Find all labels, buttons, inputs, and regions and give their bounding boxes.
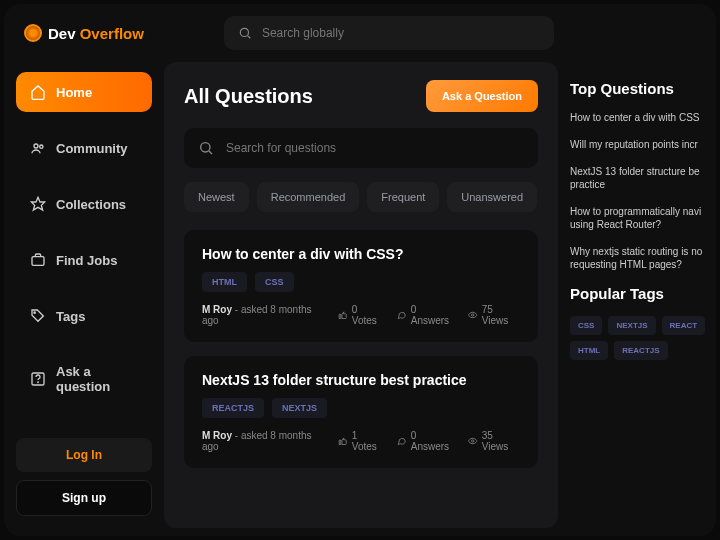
search-icon [198,140,214,156]
views-stat: 75 Views [468,304,520,326]
popular-tag[interactable]: REACT [662,316,706,335]
sidebar-item-home[interactable]: Home [16,72,152,112]
question-icon [30,371,46,387]
sidebar-item-tags[interactable]: Tags [16,296,152,336]
answers-stat: 0 Answers [397,430,454,452]
star-icon [30,196,46,212]
logo-icon [24,24,42,42]
top-question-item[interactable]: Why nextjs static routing is no requesti… [570,245,712,271]
eye-icon [468,310,477,320]
popular-tags-title: Popular Tags [570,285,712,302]
logo-overflow: Overflow [80,25,144,42]
top-question-item[interactable]: Will my reputation points incr [570,138,712,151]
thumb-icon [338,310,347,320]
popular-tag[interactable]: CSS [570,316,602,335]
popular-tag[interactable]: NEXTJS [608,316,655,335]
sidebar-item-label: Tags [56,309,85,324]
top-question-item[interactable]: How to center a div with CSS [570,111,712,124]
logo[interactable]: Dev Overflow [24,24,144,42]
question-card[interactable]: NextJS 13 folder structure best practice… [184,356,538,468]
sidebar-item-label: Home [56,85,92,100]
thumb-icon [338,436,347,446]
votes-stat: 0 Votes [338,304,383,326]
top-question-item[interactable]: NextJS 13 folder structure be practice [570,165,712,191]
question-tag[interactable]: REACTJS [202,398,264,418]
svg-point-11 [472,314,474,316]
svg-rect-5 [32,257,44,266]
top-question-item[interactable]: How to programmatically navi using React… [570,205,712,231]
popular-tag[interactable]: HTML [570,341,608,360]
search-icon [238,26,252,40]
question-tag[interactable]: CSS [255,272,294,292]
votes-stat: 1 Votes [338,430,383,452]
top-questions-title: Top Questions [570,80,712,97]
svg-line-1 [248,36,251,39]
sidebar-item-label: Find Jobs [56,253,117,268]
filter-frequent[interactable]: Frequent [367,182,439,212]
signup-button[interactable]: Sign up [16,480,152,516]
svg-marker-4 [31,197,44,210]
svg-point-8 [38,382,39,383]
filter-newest[interactable]: Newest [184,182,249,212]
sidebar: Home Community Collections Find Jobs Tag… [4,62,164,536]
question-search[interactable] [184,128,538,168]
question-tag[interactable]: HTML [202,272,247,292]
global-search-input[interactable] [262,26,540,40]
message-icon [397,436,406,446]
svg-point-2 [34,144,38,148]
filter-recommended[interactable]: Recommended [257,182,360,212]
filter-row: Newest Recommended Frequent Unanswered [184,182,538,212]
briefcase-icon [30,252,46,268]
question-title: How to center a div with CSS? [202,246,520,262]
filter-unanswered[interactable]: Unanswered [447,182,537,212]
popular-tag[interactable]: REACTJS [614,341,667,360]
login-button[interactable]: Log In [16,438,152,472]
sidebar-item-label: Community [56,141,128,156]
message-icon [397,310,406,320]
question-tag[interactable]: NEXTJS [272,398,327,418]
svg-point-12 [472,440,474,442]
question-title: NextJS 13 folder structure best practice [202,372,520,388]
eye-icon [468,436,477,446]
svg-point-0 [240,28,248,36]
svg-line-10 [209,151,212,154]
question-search-input[interactable] [226,141,524,155]
sidebar-item-ask[interactable]: Ask a question [16,352,152,406]
page-title: All Questions [184,85,313,108]
home-icon [30,84,46,100]
sidebar-item-collections[interactable]: Collections [16,184,152,224]
global-search[interactable] [224,16,554,50]
sidebar-item-community[interactable]: Community [16,128,152,168]
svg-point-3 [40,145,43,148]
question-author: M Roy [202,430,232,441]
question-author: M Roy [202,304,232,315]
main-content: All Questions Ask a Question Newest Reco… [164,62,558,528]
svg-point-9 [201,143,210,152]
ask-question-button[interactable]: Ask a Question [426,80,538,112]
sidebar-item-label: Ask a question [56,364,138,394]
right-sidebar: Top Questions How to center a div with C… [566,62,716,536]
tag-icon [30,308,46,324]
question-card[interactable]: How to center a div with CSS? HTML CSS M… [184,230,538,342]
answers-stat: 0 Answers [397,304,454,326]
logo-dev: Dev [48,25,76,42]
views-stat: 35 Views [468,430,520,452]
sidebar-item-jobs[interactable]: Find Jobs [16,240,152,280]
sidebar-item-label: Collections [56,197,126,212]
community-icon [30,140,46,156]
svg-point-6 [34,312,35,313]
